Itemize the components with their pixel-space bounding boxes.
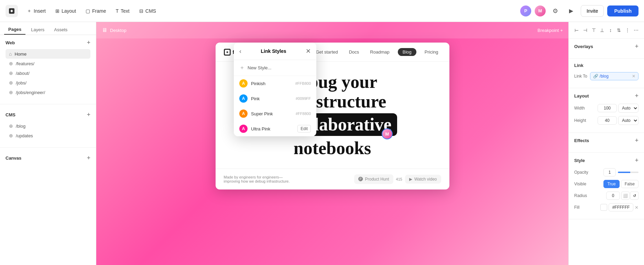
style-header: Style + — [574, 157, 638, 164]
style-item-pink[interactable]: A Pink #0099FF — [234, 91, 316, 106]
opacity-slider[interactable] — [618, 172, 638, 173]
align-center-v-button[interactable]: ↕ — [607, 25, 615, 35]
breakpoint-button[interactable]: Breakpoint + — [537, 28, 563, 33]
popup-back-button[interactable]: ‹ — [239, 48, 241, 55]
add-layout-button[interactable]: + — [635, 92, 638, 100]
height-label: Height — [574, 118, 586, 123]
style-item-ultra-pink[interactable]: A Ultra Pink Edit — [234, 121, 316, 136]
opacity-input[interactable] — [603, 168, 616, 176]
pink-hex: #0099FF — [296, 96, 311, 101]
add-canvas-button[interactable]: + — [87, 154, 90, 162]
tab-layers[interactable]: Layers — [27, 25, 48, 35]
canvas-area[interactable]: 🖥 Desktop Breakpoint + fiberplane Beta — [96, 22, 568, 265]
width-row: Width Auto px % — [574, 104, 638, 113]
style-item-pinkish[interactable]: A Pinkish #FFB800 — [234, 76, 316, 91]
effects-section: Effects + — [569, 133, 644, 153]
ultra-pink-label: Ultra Pink — [251, 126, 270, 131]
height-unit-select[interactable]: Auto px % — [618, 116, 638, 125]
width-label: Width — [574, 106, 585, 111]
nav-pricing[interactable]: Pricing — [422, 48, 441, 56]
site-footer: Made by engineers for engineers—improvin… — [216, 169, 449, 189]
add-effect-button[interactable]: + — [635, 137, 638, 144]
edit-style-button[interactable]: Edit — [297, 125, 311, 132]
sidebar-item-jobs[interactable]: ⊕ /jobs/ — [6, 78, 90, 88]
watch-video-button[interactable]: ▶ Watch video — [405, 175, 441, 184]
overlays-section: Overlays + — [569, 39, 644, 59]
effects-header: Effects + — [574, 137, 638, 144]
product-hunt-badge[interactable]: 🅟 Product Hunt — [354, 174, 393, 184]
link-clear-button[interactable]: ✕ — [632, 74, 635, 79]
nav-roadmap[interactable]: Roadmap — [367, 48, 392, 56]
width-input[interactable] — [598, 104, 617, 112]
layout-button[interactable]: ⊞ Layout — [52, 6, 79, 16]
new-style-plus-icon: ＋ — [239, 64, 245, 71]
add-cms-page-button[interactable]: + — [87, 111, 90, 118]
sidebar-divider-1 — [0, 104, 96, 104]
align-left-button[interactable]: ⊢ — [573, 25, 581, 35]
preview-button[interactable]: ▶ — [565, 5, 577, 17]
sidebar-item-home[interactable]: ⌂ Home — [6, 49, 90, 59]
sidebar-divider-2 — [0, 147, 96, 148]
nav-blog[interactable]: Blog — [398, 48, 416, 56]
ultra-pink-color-dot: A — [239, 125, 248, 133]
nav-get-started[interactable]: Get started — [313, 48, 340, 56]
align-center-h-button[interactable]: ⊣ — [581, 25, 589, 35]
fill-hex-input[interactable] — [609, 203, 633, 211]
align-bottom-button[interactable]: ⇅ — [615, 25, 623, 35]
home-icon: ⌂ — [9, 51, 12, 57]
insert-button[interactable]: ＋ Insert — [23, 6, 49, 16]
add-overlay-button[interactable]: + — [635, 43, 638, 50]
sidebar-item-about[interactable]: ⊕ /about/ — [6, 68, 90, 78]
radius-input[interactable] — [606, 192, 620, 200]
distribute-h-button[interactable]: ⋮ — [624, 25, 632, 35]
sidebar-item-updates[interactable]: ⊕ /updates — [6, 131, 90, 140]
align-right-button[interactable]: ⊤ — [590, 25, 598, 35]
fill-label: Fill — [574, 205, 579, 210]
web-section: Web + ⌂ Home ⊕ /features/ ⊕ /about/ ⊕ /j… — [0, 35, 96, 101]
add-style-button[interactable]: + — [635, 157, 638, 164]
avatar-user-1[interactable]: P — [520, 5, 531, 16]
settings-button[interactable]: ⚙ — [549, 5, 561, 17]
avatar-user-2[interactable]: M — [535, 5, 546, 16]
radius-label: Radius — [574, 193, 587, 198]
hero-line-4: notebooks — [224, 138, 441, 158]
visible-true-button[interactable]: True — [603, 180, 619, 188]
link-to-row: Link To 🔗 /blog ✕ — [574, 72, 638, 80]
popup-close-button[interactable]: ✕ — [306, 47, 311, 55]
frame-button[interactable]: ▢ Frame — [82, 6, 109, 16]
sidebar-item-features[interactable]: ⊕ /features/ — [6, 59, 90, 68]
invite-button[interactable]: Invite — [581, 5, 604, 17]
tab-pages[interactable]: Pages — [4, 25, 25, 35]
plus-icon: + — [560, 28, 563, 33]
radius-round-button[interactable]: ↺ — [630, 192, 638, 200]
nav-docs[interactable]: Docs — [346, 48, 362, 56]
height-value-group: Auto px % — [598, 116, 638, 125]
cms-button[interactable]: ⊟ CMS — [136, 6, 160, 16]
visible-row: Visible True False — [574, 180, 638, 188]
publish-button[interactable]: Publish — [607, 5, 638, 16]
text-icon: T — [116, 8, 119, 14]
link-to-input[interactable]: 🔗 /blog ✕ — [590, 72, 638, 80]
new-style-button[interactable]: ＋ New Style... — [234, 60, 316, 76]
site-nav-links: Get started Docs Roadmap Blog Pricing — [313, 48, 441, 56]
sidebar-item-jobs-engineer[interactable]: ⊕ /jobs/engineer/ — [6, 88, 90, 97]
style-item-super-pink[interactable]: A Super Pink #FF8800 — [234, 106, 316, 121]
layout-section: Layout + Width Auto px % Height — [569, 88, 644, 133]
distribute-v-button[interactable]: ⋯ — [632, 25, 640, 35]
globe-icon-about: ⊕ — [9, 70, 13, 76]
align-top-button[interactable]: ⊥ — [598, 25, 606, 35]
text-button[interactable]: T Text — [112, 6, 133, 16]
height-input[interactable] — [598, 116, 617, 125]
radius-square-button[interactable]: ⬜ — [621, 192, 630, 200]
globe-icon-updates: ⊕ — [9, 133, 13, 138]
fill-color-swatch[interactable] — [600, 204, 607, 211]
tab-assets[interactable]: Assets — [50, 25, 72, 35]
cms-section-header: CMS + — [6, 111, 90, 118]
sidebar-item-blog[interactable]: ⊕ /blog — [6, 121, 90, 131]
add-web-page-button[interactable]: + — [87, 39, 90, 46]
visible-false-button[interactable]: False — [621, 180, 638, 188]
fill-clear-button[interactable]: ✕ — [635, 205, 638, 210]
logo-icon[interactable] — [6, 5, 18, 17]
width-unit-select[interactable]: Auto px % — [618, 104, 638, 113]
pinkish-hex: #FFB800 — [295, 81, 311, 85]
